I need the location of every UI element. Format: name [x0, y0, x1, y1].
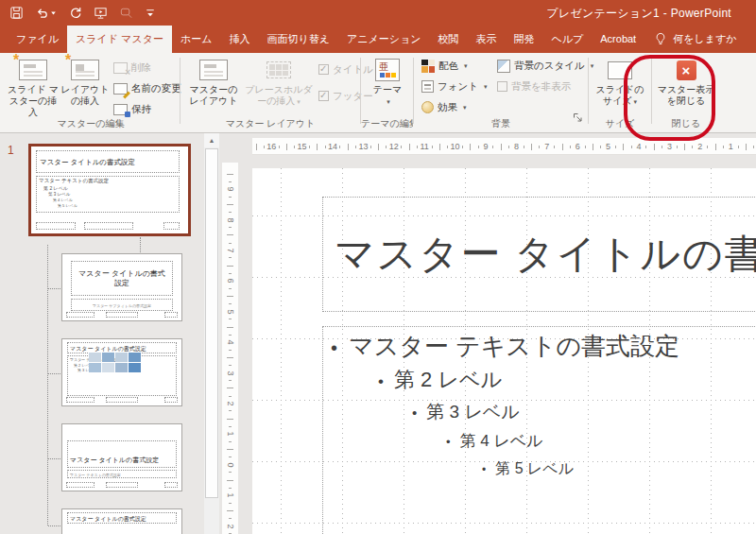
powerpoint-window: プレゼンテーション1 - PowerPoint ファイル スライド マスター ホ…	[0, 0, 756, 534]
bullet-text: 第 2 レベル	[394, 364, 502, 395]
thumb-text-line: マスター テキストの書式設定	[39, 178, 177, 185]
thumb-footer-box	[66, 482, 94, 488]
ruler-mark: 3	[222, 357, 238, 388]
bullet-line-level-3: •第 3 レベル	[323, 397, 756, 427]
redo-icon[interactable]	[68, 4, 82, 21]
thumb-subtitle-placeholder: マスター サブタイトルの書式設定	[71, 299, 173, 311]
undo-icon[interactable]	[35, 4, 57, 21]
fonts-button[interactable]: フォント▾	[421, 78, 488, 95]
background-styles-button[interactable]: 背景のスタイル▾	[497, 58, 593, 74]
tab-home[interactable]: ホーム	[172, 26, 221, 53]
slide-master-icon: *	[19, 60, 47, 80]
preserve-label: 保持	[131, 103, 151, 116]
ruler-mark: 8	[501, 138, 531, 155]
themes-label: テーマ	[373, 84, 402, 95]
bullet-line-level-4: •第 4 レベル	[323, 427, 756, 456]
preserve-button[interactable]: 保持	[113, 101, 151, 117]
ruler-mark: 2	[685, 138, 715, 155]
slide-canvas: マスター タイトルの書式設定 •マスター テキストの書式設定•第 2 レベル•第…	[252, 168, 756, 534]
thumb-text-line: 第 2 レベル	[39, 185, 177, 192]
thumb-footer-box	[163, 222, 180, 230]
scrollbar-up-icon[interactable]: ▲	[204, 133, 219, 147]
group-label-background: 背景	[414, 117, 588, 130]
pane-scrollbar[interactable]: ▲	[204, 133, 219, 534]
insert-slide-master-button[interactable]: * スライド マスターの挿入	[8, 56, 59, 118]
rename-button[interactable]: 名前の変更	[113, 80, 181, 96]
tab-list: ホーム挿入画面切り替えアニメーション校閲表示開発ヘルプAcrobat	[172, 26, 644, 53]
thumb-title-placeholder: マスター タイトルの書式設定	[67, 512, 177, 524]
ruler-mark: 3	[654, 138, 684, 155]
thumb-footer-box	[164, 482, 178, 488]
themes-icon	[375, 59, 400, 81]
slide-size-button[interactable]: スライドのサイズ▾	[592, 56, 648, 108]
slide-number: 1	[8, 144, 14, 157]
save-icon[interactable]	[9, 4, 24, 21]
slide-thumbnail-pane: 1 マスター タイトルの書式設定 マスター テキストの書式設定第 2 レベル第 …	[0, 133, 219, 534]
group-close: × マスター表示を閉じる 閉じる	[652, 53, 720, 132]
title-bar: プレゼンテーション1 - PowerPoint	[0, 0, 756, 26]
scrollbar-thumb[interactable]	[205, 148, 218, 498]
content-placeholder-icons	[89, 353, 141, 372]
themes-button[interactable]: テーマ▾	[365, 56, 410, 108]
layout-thumbnail-title-slide[interactable]: マスター タイトルの書式設定 マスター サブタイトルの書式設定	[61, 253, 182, 321]
master-layout-label: マスターのレイアウト	[186, 84, 241, 107]
thumb-title-placeholder: マスター タイトルの書式設定	[36, 150, 180, 173]
title-placeholder[interactable]: マスター タイトルの書式設定	[322, 197, 756, 312]
colors-button[interactable]: 配色▾	[421, 58, 468, 74]
touch-mode-icon[interactable]	[119, 4, 133, 21]
bullet-text: 第 4 レベル	[460, 427, 543, 455]
ruler-mark: 5	[222, 297, 238, 327]
body-placeholder[interactable]: •マスター テキストの書式設定•第 2 レベル•第 3 レベル•第 4 レベル•…	[322, 326, 756, 534]
master-layout-button[interactable]: マスターのレイアウト	[186, 56, 241, 107]
ribbon: * スライド マスターの挿入 * レイアウトの挿入 削除 名前の変更 保持 マス…	[0, 53, 756, 133]
bullet-text: マスター テキストの書式設定	[349, 330, 679, 362]
tell-me[interactable]: 何をしますか	[644, 26, 746, 53]
customize-qat-icon[interactable]	[145, 4, 156, 21]
bullet-glyph: •	[378, 366, 384, 397]
slide-size-icon	[608, 61, 632, 79]
tab-animations[interactable]: アニメーション	[338, 26, 430, 53]
effects-button[interactable]: 効果▾	[421, 99, 467, 115]
ruler-mark: 9	[222, 174, 238, 204]
start-slideshow-icon[interactable]	[94, 4, 108, 21]
master-thumb-body: マスター テキストの書式設定第 2 レベル第 3 レベル第 4 レベル第 5 レ…	[36, 176, 180, 213]
ruler-mark: 8	[222, 204, 238, 234]
layout-thumbnail-section-header[interactable]: マスター タイトルの書式設定 マスター テキストの書式設定	[61, 423, 182, 491]
layout-icon: *	[71, 60, 99, 80]
bullet-glyph: •	[331, 332, 337, 364]
ruler-mark: 1	[222, 480, 238, 510]
layout-thumbnail-title-only[interactable]: マスター タイトルの書式設定	[61, 508, 182, 534]
ruler-mark: 0	[222, 450, 238, 480]
layout-connector-line	[140, 237, 141, 252]
ruler-mark	[746, 138, 756, 155]
ruler-mark: 5	[593, 138, 623, 155]
layout-thumbnail-title-and-content[interactable]: マスター タイトルの書式設定 マスター テキストの書式設定第 2 レベル第 3 …	[61, 338, 182, 406]
insert-placeholder-button[interactable]: プレースホルダーの挿入▾	[243, 56, 315, 108]
close-master-view-button[interactable]: × マスター表示を閉じる	[656, 56, 716, 107]
master-slide-thumbnail[interactable]: マスター タイトルの書式設定 マスター テキストの書式設定第 2 レベル第 3 …	[28, 144, 191, 236]
ruler-mark: 2	[222, 510, 238, 534]
group-label-edit-master: マスターの編集	[2, 117, 180, 130]
tab-review[interactable]: 校閲	[429, 26, 467, 53]
tab-slide-master[interactable]: スライド マスター	[67, 26, 172, 53]
thumb-footer-box	[36, 222, 76, 230]
tab-view[interactable]: 表示	[467, 26, 505, 53]
thumb-footer-box	[66, 312, 94, 318]
hide-background-checkbox[interactable]: 背景を非表示	[497, 78, 571, 95]
ruler-mark: 6	[222, 266, 238, 296]
ruler-mark: 10	[439, 138, 470, 155]
tab-developer[interactable]: 開発	[505, 26, 542, 53]
tab-file[interactable]: ファイル	[8, 26, 67, 53]
thumb-footer-box	[84, 222, 133, 230]
tab-acrobat[interactable]: Acrobat	[592, 26, 644, 53]
horizontal-ruler: 16151413121110987654321	[252, 138, 756, 155]
layout-connector-stub	[48, 525, 60, 526]
tab-help[interactable]: ヘルプ	[542, 26, 592, 53]
tab-transitions[interactable]: 画面切り替え	[258, 26, 338, 53]
ruler-mark: 15	[286, 138, 317, 155]
tab-insert[interactable]: 挿入	[220, 26, 258, 53]
ruler-mark: 12	[379, 138, 409, 155]
background-styles-label: 背景のスタイル	[514, 60, 585, 73]
delete-button[interactable]: 削除	[113, 60, 151, 76]
insert-layout-button[interactable]: * レイアウトの挿入	[60, 56, 110, 107]
